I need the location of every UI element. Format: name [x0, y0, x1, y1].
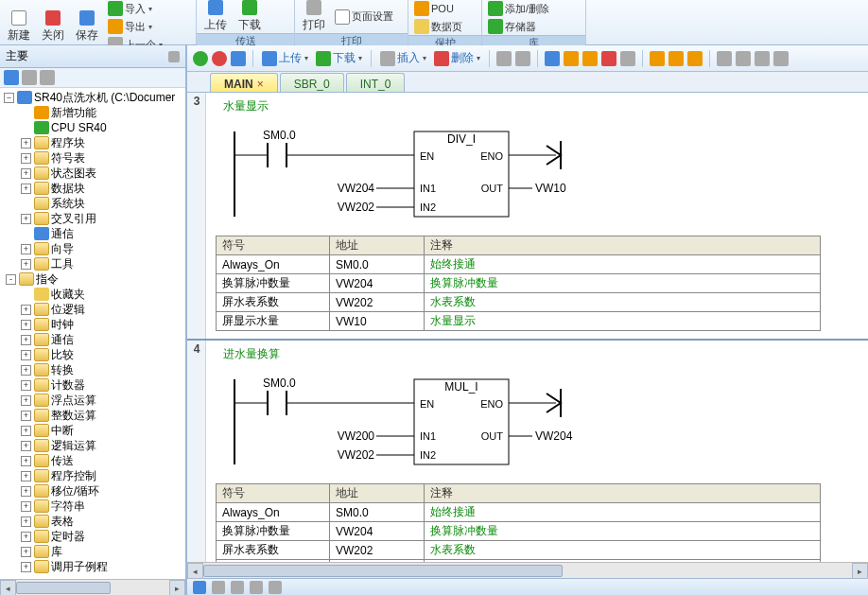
- tree-item[interactable]: +表格: [0, 514, 185, 529]
- toolbar-icon[interactable]: [687, 51, 703, 66]
- expand-icon[interactable]: +: [21, 365, 31, 376]
- compile-icon[interactable]: [231, 51, 246, 66]
- toolbar-icon[interactable]: [545, 51, 560, 66]
- close-button[interactable]: 关闭: [38, 10, 68, 44]
- scroll-thumb[interactable]: [16, 582, 111, 594]
- toolbar-upload-button[interactable]: 上传▾: [260, 50, 310, 66]
- tree-item[interactable]: +移位/循环: [0, 483, 185, 499]
- expand-icon[interactable]: +: [21, 320, 31, 330]
- sidebar-tool-icon[interactable]: [22, 70, 37, 85]
- tree-item[interactable]: +库: [0, 544, 185, 559]
- datapage-button[interactable]: 数据页: [412, 18, 464, 35]
- sidebar-pin-icon[interactable]: [168, 51, 180, 62]
- tree-item[interactable]: +位逻辑: [0, 302, 185, 317]
- tree-item[interactable]: CPU SR40: [0, 120, 185, 135]
- tree-item[interactable]: +整数运算: [0, 408, 185, 423]
- tree-item[interactable]: +调用子例程: [0, 559, 185, 574]
- ladder-rung[interactable]: SM0.0MUL_IENENOIN1IN2OUTVW200VW202VW204: [216, 370, 745, 474]
- scroll-left-icon[interactable]: ◂: [187, 563, 203, 579]
- expand-icon[interactable]: +: [21, 305, 31, 315]
- status-icon[interactable]: [250, 581, 263, 594]
- toolbar-delete-button[interactable]: 删除▾: [432, 50, 482, 66]
- scroll-thumb[interactable]: [203, 565, 563, 577]
- table-row[interactable]: 换算脉冲数量VW204换算脉冲数量: [217, 274, 821, 293]
- expand-icon[interactable]: +: [21, 244, 31, 254]
- sidebar-hscrollbar[interactable]: ◂ ▸: [0, 579, 185, 595]
- scroll-right-icon[interactable]: ▸: [852, 563, 868, 579]
- scroll-right-icon[interactable]: ▸: [169, 580, 185, 595]
- expand-icon[interactable]: +: [21, 395, 31, 406]
- expand-icon[interactable]: −: [4, 93, 14, 103]
- table-row[interactable]: 屏水表系数VW202水表系数: [217, 293, 821, 312]
- import-button[interactable]: 导入▾: [106, 0, 165, 17]
- expand-icon[interactable]: +: [21, 335, 31, 345]
- stop-icon[interactable]: [212, 51, 227, 66]
- editor-hscrollbar[interactable]: ◂ ▸: [187, 562, 868, 578]
- tree-item[interactable]: +时钟: [0, 317, 185, 332]
- toolbar-icon[interactable]: [582, 51, 598, 66]
- ladder-editor[interactable]: 3水量显示SM0.0DIV_IENENOIN1IN2OUTVW204VW202V…: [187, 93, 868, 562]
- expand-icon[interactable]: +: [21, 486, 31, 497]
- run-icon[interactable]: [193, 51, 208, 66]
- table-row[interactable]: 屏水表系数VW202水表系数: [217, 541, 821, 560]
- tree-item[interactable]: +转换: [0, 362, 185, 377]
- toolbar-icon[interactable]: [620, 51, 635, 66]
- toolbar-icon[interactable]: [650, 51, 665, 66]
- toolbar-icon[interactable]: [515, 51, 530, 66]
- expand-icon[interactable]: +: [21, 153, 31, 164]
- toolbar-icon[interactable]: [601, 51, 616, 66]
- toolbar-icon[interactable]: [773, 51, 789, 66]
- tree-item[interactable]: +程序块: [0, 135, 185, 150]
- tree-item[interactable]: 新增功能: [0, 105, 185, 120]
- toolbar-download-button[interactable]: 下载▾: [314, 50, 364, 66]
- expand-icon[interactable]: +: [21, 441, 31, 451]
- tree-item[interactable]: +程序控制: [0, 468, 185, 483]
- toolbar-icon[interactable]: [496, 51, 512, 66]
- toolbar-icon[interactable]: [736, 51, 751, 66]
- expand-icon[interactable]: +: [21, 562, 31, 572]
- tree-item[interactable]: 收藏夹: [0, 287, 185, 302]
- table-row[interactable]: 屏显示水量VW10水量显示: [217, 312, 821, 331]
- export-button[interactable]: 导出▾: [106, 18, 165, 35]
- status-icon[interactable]: [231, 581, 244, 594]
- pagesetup-button[interactable]: 页面设置: [333, 9, 395, 26]
- tree-item[interactable]: +中断: [0, 423, 185, 438]
- tree-item[interactable]: +向导: [0, 241, 185, 256]
- expand-icon[interactable]: +: [21, 547, 31, 557]
- tree-item[interactable]: +交叉引用: [0, 211, 185, 226]
- toolbar-icon[interactable]: [755, 51, 770, 66]
- expand-icon[interactable]: +: [21, 501, 31, 512]
- expand-icon[interactable]: +: [21, 532, 31, 542]
- tree-item[interactable]: -指令: [0, 271, 185, 287]
- expand-icon[interactable]: +: [21, 426, 31, 436]
- expand-icon[interactable]: +: [21, 168, 31, 179]
- sidebar-tool-icon[interactable]: [40, 70, 55, 85]
- tree-item[interactable]: +状态图表: [0, 166, 185, 181]
- project-tree[interactable]: − SR40点洗水机 (C:\Documer 新增功能CPU SR40+程序块+…: [0, 88, 185, 579]
- scroll-left-icon[interactable]: ◂: [0, 580, 16, 595]
- download-button[interactable]: 下载: [234, 0, 265, 33]
- table-row[interactable]: Always_OnSM0.0始终接通: [217, 255, 821, 274]
- tree-item[interactable]: 系统块: [0, 196, 185, 211]
- expand-icon[interactable]: +: [21, 456, 31, 466]
- tab-main[interactable]: MAIN×: [210, 73, 278, 92]
- expand-icon[interactable]: +: [21, 471, 31, 481]
- status-icon[interactable]: [193, 581, 206, 594]
- toolbar-icon[interactable]: [668, 51, 684, 66]
- sidebar-tool-icon[interactable]: [4, 70, 19, 85]
- toolbar-icon[interactable]: [717, 51, 732, 66]
- expand-icon[interactable]: +: [21, 214, 31, 224]
- tree-item[interactable]: +工具: [0, 256, 185, 271]
- tree-item[interactable]: +比较: [0, 347, 185, 362]
- addremove-button[interactable]: 添加/删除: [486, 0, 551, 17]
- tree-item[interactable]: +数据块: [0, 181, 185, 196]
- status-icon[interactable]: [212, 581, 225, 594]
- expand-icon[interactable]: +: [21, 184, 31, 194]
- tab-close-icon[interactable]: ×: [257, 78, 264, 91]
- toolbar-icon[interactable]: [564, 51, 579, 66]
- table-row[interactable]: Always_OnSM0.0始终接通: [217, 503, 821, 522]
- tree-item[interactable]: +符号表: [0, 150, 185, 166]
- toolbar-insert-button[interactable]: 插入▾: [378, 50, 428, 66]
- memory-button[interactable]: 存储器: [486, 18, 551, 35]
- new-button[interactable]: 新建: [4, 10, 34, 44]
